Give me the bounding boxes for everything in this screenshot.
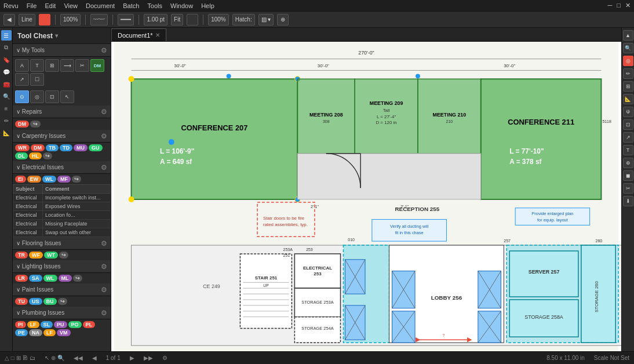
menu-batch[interactable]: Batch [123, 2, 139, 9]
right-icon-7[interactable]: ⟱ [623, 107, 633, 117]
badge-light-arrow[interactable]: ↪ [73, 275, 82, 282]
right-icon-13[interactable]: ✂ [623, 183, 633, 194]
badge-lr[interactable]: LR [15, 275, 28, 282]
badge-elec-arrow[interactable]: ↪ [72, 176, 81, 183]
tab-document1[interactable]: Document1* ✕ [111, 28, 166, 41]
tool-3[interactable]: ⊞ [45, 59, 59, 72]
badge-wl[interactable]: WL [42, 176, 56, 183]
badge-ml[interactable]: ML [59, 275, 72, 282]
right-icon-9[interactable]: ↗ [623, 132, 633, 143]
tool-2[interactable]: T [30, 59, 44, 72]
badge-mf[interactable]: MF [57, 176, 71, 183]
badge-pl[interactable]: PL [83, 321, 96, 328]
right-icon-5[interactable]: ⊞ [623, 81, 633, 92]
menu-window[interactable]: Window [170, 2, 193, 9]
plumbing-section[interactable]: ∨ Plumbing Issues ⚙ [13, 307, 111, 319]
status-nav-next2[interactable]: ▶▶ [144, 355, 153, 361]
tool-4[interactable]: ⟶ [60, 59, 74, 72]
badge-sa[interactable]: SA [29, 275, 42, 282]
measure-icon[interactable]: 📐 [1, 128, 12, 138]
tool-chest-dropdown[interactable]: ▾ [55, 32, 58, 39]
lighting-gear[interactable]: ⚙ [101, 263, 107, 271]
badge-wr[interactable]: WR [15, 144, 30, 151]
badge-carpentry-arrow[interactable]: ↪ [43, 152, 52, 159]
elec-row-3[interactable]: Electrical Location fo... [13, 211, 111, 220]
status-nav-prev2[interactable]: ◀ [92, 355, 97, 361]
right-icon-3[interactable]: ◎ [623, 56, 633, 66]
badge-tb[interactable]: TB [46, 144, 59, 151]
right-icon-4[interactable]: ✏ [623, 68, 633, 79]
badge-mu[interactable]: MU [74, 144, 88, 151]
elec-row-4[interactable]: Electrical Missing Faceplate [13, 220, 111, 228]
markup-icon[interactable]: ✏ [1, 115, 12, 126]
lighting-section[interactable]: ∨ Lighting Issues ⚙ [13, 260, 111, 273]
my-tools-section[interactable]: ∨ My Tools ⚙ [13, 44, 111, 57]
layers-icon[interactable]: ⧉ [1, 42, 12, 53]
zoom-value[interactable]: 100% [60, 14, 81, 26]
badge-vm[interactable]: VM [57, 329, 71, 336]
fill-swatch[interactable] [187, 14, 198, 26]
status-settings[interactable]: ⚙ [162, 355, 167, 361]
badge-sl[interactable]: SL [41, 321, 53, 328]
badge-tr[interactable]: TR [15, 252, 28, 259]
menu-tools[interactable]: Tools [147, 2, 162, 9]
menu-file[interactable]: File [27, 2, 37, 9]
badge-na[interactable]: NA [29, 329, 42, 336]
tool-10[interactable]: ⊡ [45, 90, 59, 103]
badge-us[interactable]: US [29, 298, 42, 305]
hatch-pattern[interactable]: ▨ ▾ [258, 14, 274, 26]
badge-gu[interactable]: GU [89, 144, 103, 151]
elec-row-5[interactable]: Electrical Swap out with other [13, 228, 111, 237]
maximize-button[interactable]: □ [617, 2, 621, 9]
menu-edit[interactable]: Edit [45, 2, 56, 9]
tool-5[interactable]: ✂ [75, 59, 89, 72]
badge-lf[interactable]: LF [27, 321, 39, 328]
close-button[interactable]: ✕ [625, 2, 631, 9]
floor-plan[interactable]: 270'-0" 30'-0" 30'-0" 30'-0" CONFERENCE … [111, 42, 621, 351]
back-button[interactable]: ◀ [3, 14, 15, 26]
paint-section[interactable]: ∨ Paint Issues ⚙ [13, 283, 111, 296]
elec-row-2[interactable]: Electrical Exposed Wires [13, 202, 111, 211]
badge-pu[interactable]: PU [54, 321, 67, 328]
badge-td[interactable]: TD [60, 144, 72, 151]
fit-button[interactable]: Fit [171, 14, 183, 26]
tool-1[interactable]: A [15, 59, 29, 72]
search-icon[interactable]: 🔍 [1, 91, 12, 101]
right-icon-12[interactable]: ◼ [623, 170, 633, 181]
badge-pi[interactable]: PI [15, 321, 26, 328]
menu-document[interactable]: Document [86, 2, 115, 9]
bookmarks-icon[interactable]: 🔖 [1, 54, 12, 65]
tool-9[interactable]: ◎ [30, 90, 44, 103]
tool-dm[interactable]: DM [90, 59, 104, 72]
badge-ew[interactable]: EW [27, 176, 42, 183]
badge-wf[interactable]: WF [29, 252, 43, 259]
carpentry-gear[interactable]: ⚙ [101, 132, 107, 140]
stamp-button[interactable]: ⊕ [277, 14, 289, 26]
repairs-section[interactable]: ∨ Repairs ⚙ [13, 105, 111, 118]
tool-active1[interactable]: ⊙ [15, 90, 29, 103]
tool-7[interactable]: ↗ [15, 73, 29, 86]
tool-8[interactable]: ☐ [30, 73, 44, 86]
right-icon-14[interactable]: ⬇ [623, 196, 633, 206]
badge-paint-arrow[interactable]: ↪ [58, 298, 67, 305]
status-nav-next[interactable]: ▶ [130, 355, 134, 361]
badge-tu[interactable]: TU [15, 298, 28, 305]
minimize-button[interactable]: ─ [608, 2, 613, 9]
repairs-gear[interactable]: ⚙ [101, 108, 107, 116]
badge-ei[interactable]: EI [15, 176, 26, 183]
right-icon-11[interactable]: ⊕ [623, 158, 633, 168]
color-swatch[interactable] [39, 14, 50, 26]
right-icon-8[interactable]: ⊡ [623, 119, 633, 130]
right-icon-6[interactable]: 📐 [623, 94, 633, 104]
plumbing-gear[interactable]: ⚙ [101, 309, 107, 317]
badge-pe[interactable]: PE [15, 329, 28, 336]
menu-revu[interactable]: Revu [3, 2, 19, 9]
panel-toggle[interactable]: ☰ [1, 30, 12, 41]
tool-chest-icon[interactable]: 🧰 [1, 79, 12, 89]
line-pattern[interactable]: 〰〰 [90, 14, 108, 26]
right-icon-1[interactable]: ▲ [623, 30, 633, 41]
badge-dm[interactable]: DM [31, 144, 45, 151]
thickness-value[interactable]: 1.00 pt [144, 14, 167, 26]
badge-hl[interactable]: HL [29, 152, 42, 159]
badge-wl2[interactable]: WL [43, 275, 57, 282]
